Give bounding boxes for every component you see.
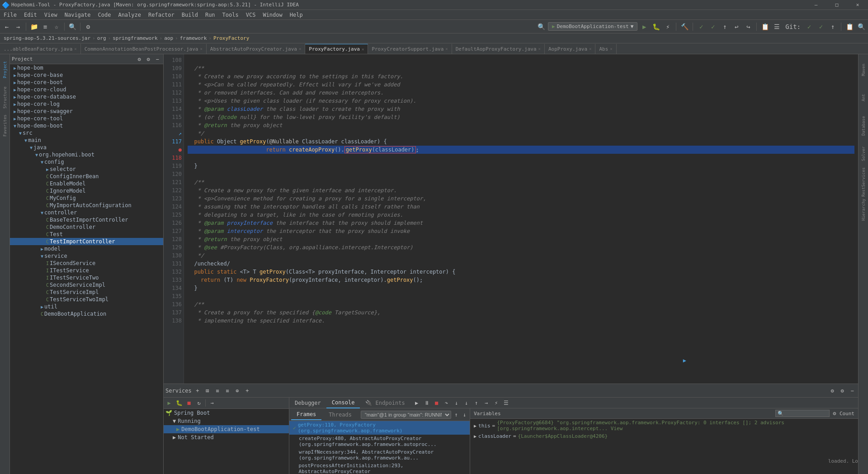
git-update-button[interactable]: ✓ <box>696 22 706 32</box>
services-stop-btn[interactable]: ■ <box>184 398 193 408</box>
breadcrumb-part-5[interactable]: framework <box>180 35 207 41</box>
maven-tab[interactable]: Maven <box>859 56 868 83</box>
tab-proxyCreatorSupport[interactable]: ProxyCreatorSupport.java ✕ <box>368 44 452 54</box>
tree-item[interactable]: ▼org.hopehomi.boot <box>10 151 163 158</box>
frame-item[interactable]: createProxy:480, AbstractAutoProxyCreato… <box>289 435 470 448</box>
ant-tab[interactable]: Ant <box>859 84 868 111</box>
tab-proxyFactory[interactable]: ProxyFactory.java ✕ <box>305 44 368 54</box>
minimize-button[interactable]: — <box>806 0 826 10</box>
close-button[interactable]: ✕ <box>847 0 868 10</box>
git-label[interactable]: Git: <box>783 22 802 32</box>
solver-tab[interactable]: Solver <box>859 140 868 167</box>
favorites-button[interactable]: ☆ <box>52 22 61 32</box>
tree-item[interactable]: C EnableModel <box>10 180 163 187</box>
debugger-tab-endpoints[interactable]: 🔌 Endpoints <box>360 398 410 408</box>
git-check2-button[interactable]: ✓ <box>816 22 826 32</box>
thread-selector[interactable]: "main"@1 in group "main": RUNNING <box>361 411 451 419</box>
debug-button[interactable]: 🐛 <box>651 22 661 32</box>
expand-icon[interactable]: ▶ <box>474 423 476 428</box>
menu-code[interactable]: Code <box>94 10 115 20</box>
share-button[interactable]: 📋 <box>760 22 770 32</box>
more-tools-button[interactable]: ☰ <box>772 22 782 32</box>
debug-force-step-btn[interactable]: ↓ <box>462 398 471 408</box>
services-gear-button[interactable]: ⚙ <box>838 387 846 395</box>
git-check-button[interactable]: ✓ <box>804 22 814 32</box>
menu-tools[interactable]: Tools <box>219 10 242 20</box>
tree-item[interactable]: C ConfigInnerBean <box>10 173 163 180</box>
tree-item[interactable]: C MyImportAutoConfiguration <box>10 202 163 209</box>
tree-item[interactable]: ▼hope-demo-boot <box>10 122 163 129</box>
profile-button[interactable]: ⚡ <box>663 22 673 32</box>
frame-item[interactable]: postProcessAfterInitialization:293, Abst… <box>289 462 470 474</box>
services-jump-btn[interactable]: → <box>208 398 217 408</box>
settings-button[interactable]: ⚙ <box>83 22 93 32</box>
tree-item[interactable]: ▼service <box>10 252 163 260</box>
tree-item[interactable]: ▶model <box>10 245 163 252</box>
tree-item[interactable]: I ITestService <box>10 267 163 274</box>
tree-item[interactable]: C Test <box>10 231 163 238</box>
tab-close-icon[interactable]: ✕ <box>362 47 364 52</box>
tree-item[interactable]: ▶hope-core-cloud <box>10 86 163 93</box>
frames-tab[interactable]: Frames <box>291 409 321 420</box>
services-minimize-button[interactable]: − <box>848 387 856 395</box>
tree-item[interactable]: C DemoBootApplication <box>10 310 163 318</box>
variables-settings-btn[interactable]: ⚙ <box>830 409 839 417</box>
tree-item[interactable]: ▶hope-core-log <box>10 100 163 108</box>
debug-resume-btn[interactable]: ▶ <box>412 398 421 408</box>
tree-item-selected[interactable]: C TestImportController <box>10 238 163 245</box>
tree-item[interactable]: ▼main <box>10 137 163 144</box>
tree-item[interactable]: C BaseTestImportController <box>10 216 163 223</box>
menu-file[interactable]: File <box>0 10 20 20</box>
expand-icon[interactable]: ▶ <box>474 434 476 439</box>
tree-item[interactable]: C TestServiceTwoImpl <box>10 296 163 303</box>
tree-item[interactable]: C SecondServiceImpl <box>10 281 163 289</box>
tab-close-icon[interactable]: ✕ <box>445 47 448 51</box>
menu-build[interactable]: Build <box>178 10 202 20</box>
tab-close-icon[interactable]: ✕ <box>74 47 76 51</box>
debug-step-over-btn[interactable]: ↷ <box>442 398 451 408</box>
tree-item[interactable]: ▼controller <box>10 209 163 216</box>
maximize-button[interactable]: □ <box>826 0 847 10</box>
structure-panel-tab[interactable]: Structure <box>0 84 9 111</box>
breadcrumb-part-2[interactable]: org <box>97 35 106 41</box>
menu-edit[interactable]: Edit <box>20 10 41 20</box>
forward-button[interactable]: → <box>13 22 23 32</box>
tab-close-icon[interactable]: ✕ <box>299 47 301 51</box>
debug-stop-btn[interactable]: ■ <box>432 398 441 408</box>
breadcrumb-active[interactable]: ProxyFactory <box>213 35 249 41</box>
undo-button[interactable]: ↩ <box>731 22 741 32</box>
run-button[interactable]: ▶ <box>639 22 649 32</box>
code-editor[interactable]: 108 109 110 111 112 113 114 115 116 ↗ 11… <box>164 54 858 384</box>
services-debug-btn[interactable]: 🐛 <box>175 398 184 408</box>
run-config-selector[interactable]: ▶ DemoBootApplication-test ▼ <box>548 22 637 31</box>
tree-item[interactable]: ▼config <box>10 158 163 166</box>
tree-item[interactable]: C IgnoreModel <box>10 187 163 194</box>
tree-item[interactable]: ▼src <box>10 129 163 137</box>
collapse-all-button[interactable]: ≡ <box>213 387 222 395</box>
filter-button[interactable]: ≡ <box>223 387 231 395</box>
tree-item[interactable]: ▶hope-core-database <box>10 93 163 100</box>
menu-analyze[interactable]: Analyze <box>114 10 145 20</box>
breadcrumb-part-1[interactable]: spring-aop-5.3.21-sources.jar <box>4 35 90 41</box>
tab-abs[interactable]: Abs ✕ <box>595 44 616 54</box>
project-view-button[interactable]: 📁 <box>29 22 39 32</box>
var-item-classLoader[interactable]: ▶ classLoader = {Launcher$AppClassLoader… <box>470 432 858 440</box>
tree-item[interactable]: ▶hope-core-swagger <box>10 108 163 115</box>
project-gear-button[interactable]: ⚙ <box>144 55 152 63</box>
more-button[interactable]: + <box>243 387 251 395</box>
tree-item[interactable]: ▶hope-core-tool <box>10 115 163 122</box>
debug-step-into-btn[interactable]: ↓ <box>452 398 461 408</box>
service-item-demo[interactable]: ▶ DemoBootApplication-test <box>164 425 289 433</box>
tab-close-icon[interactable]: ✕ <box>610 47 612 51</box>
add-service-button[interactable]: + <box>193 387 202 395</box>
service-item-not-started[interactable]: ▶ Not Started <box>164 433 289 441</box>
database-tab[interactable]: Database <box>859 112 868 139</box>
menu-navigate[interactable]: Navigate <box>61 10 94 20</box>
tab-close-icon[interactable]: ✕ <box>200 47 202 51</box>
project-settings-button[interactable]: ⚙ <box>135 55 143 63</box>
build-project-button[interactable]: 🔨 <box>679 22 689 32</box>
group-button[interactable]: ⊕ <box>233 387 241 395</box>
var-item-this[interactable]: ▶ this = {ProxyFactory@6684} "org.spring… <box>470 419 858 432</box>
debug-pause-btn[interactable]: ⏸ <box>422 398 431 408</box>
split-button[interactable]: ⊞ <box>203 387 212 395</box>
